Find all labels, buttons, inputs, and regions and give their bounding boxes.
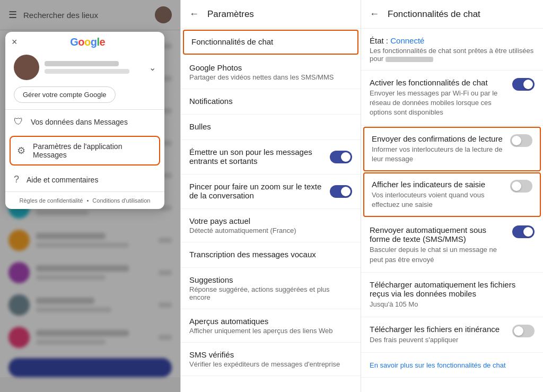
user-account-blur bbox=[386, 57, 433, 62]
feature-desc: Des frais peuvent s'appliquer bbox=[370, 335, 507, 345]
feature-title: Afficher les indicateurs de saisie bbox=[372, 180, 505, 189]
settings-item-title: Aperçus automatiques bbox=[189, 317, 352, 326]
settings-item-title: Google Photos bbox=[189, 63, 352, 72]
popup-footer: Règles de confidentialité • Conditions d… bbox=[5, 191, 164, 209]
sidebar-item-settings[interactable]: ⚙ Paramètres de l'application Messages bbox=[10, 136, 160, 165]
typing-indicators-item: Afficher les indicateurs de saisie Vos i… bbox=[363, 172, 541, 217]
sound-toggle[interactable] bbox=[330, 151, 352, 163]
typing-indicators-text: Afficher les indicateurs de saisie Vos i… bbox=[372, 180, 510, 210]
sidebar-item-label: Aide et commentaires bbox=[27, 176, 98, 184]
sidebar-item-data[interactable]: 🛡 Vos données dans Messages bbox=[5, 110, 164, 134]
settings-item-desc: Réponse suggérée, actions suggérées et p… bbox=[189, 285, 352, 301]
settings-item-previews[interactable]: Aperçus automatiques Afficher uniquement… bbox=[181, 309, 361, 343]
settings-item-photos[interactable]: Google Photos Partager des vidéos nettes… bbox=[181, 56, 361, 89]
user-info bbox=[45, 61, 144, 74]
user-email-blur bbox=[45, 69, 129, 74]
footer-dot: • bbox=[86, 197, 89, 204]
settings-item-zoom: Pincer pour faire un zoom sur le texte d… bbox=[181, 175, 361, 209]
chevron-down-icon: ⌄ bbox=[149, 63, 156, 73]
manage-account-button[interactable]: Gérer votre compte Google bbox=[14, 86, 116, 103]
settings-item-country[interactable]: Votre pays actuel Détecté automatiquemen… bbox=[181, 209, 361, 242]
settings-item-title: Bulles bbox=[189, 122, 352, 131]
feature-title: Télécharger les fichiers en itinérance bbox=[370, 325, 507, 334]
settings-item-title: Suggestions bbox=[189, 275, 352, 284]
close-button[interactable]: × bbox=[12, 37, 17, 48]
sidebar-item-label: Paramètres de l'application Messages bbox=[33, 142, 153, 159]
chat-features-panel-title: Fonctionnalités de chat bbox=[388, 9, 480, 20]
settings-item-chat[interactable]: Fonctionnalités de chat bbox=[183, 30, 358, 55]
google-logo: Google bbox=[17, 36, 158, 48]
feature-desc: Vos interlocuteurs voient quand vous eff… bbox=[372, 190, 505, 210]
back-arrow-icon[interactable]: ← bbox=[370, 8, 379, 20]
download-roaming-item: Télécharger les fichiers en itinérance D… bbox=[361, 317, 543, 353]
read-confirmations-item: Envoyer des confirmations de lecture Inf… bbox=[363, 127, 541, 171]
feature-title: Envoyer des confirmations de lecture bbox=[372, 134, 505, 143]
fallback-sms-item: Renvoyer automatiquement sous forme de t… bbox=[361, 218, 543, 272]
sidebar-item-help[interactable]: ? Aide et commentaires bbox=[5, 168, 164, 191]
status-connected-badge: Connecté bbox=[390, 36, 424, 45]
settings-panel: ← Paramètres Fonctionnalités de chat Goo… bbox=[180, 0, 361, 392]
settings-item-sound: Émettre un son pour les messages entrant… bbox=[181, 140, 361, 175]
shield-icon: 🛡 bbox=[14, 116, 23, 127]
settings-item-desc: Afficher uniquement les aperçus des lien… bbox=[189, 327, 352, 335]
fallback-sms-toggle[interactable] bbox=[512, 225, 535, 238]
user-avatar bbox=[14, 55, 39, 80]
settings-item-transcription[interactable]: Transcription des messages vocaux bbox=[181, 242, 361, 268]
fallback-sms-text: Renvoyer automatiquement sous forme de t… bbox=[370, 225, 512, 264]
chat-status-item: État : Connecté Les fonctionnalités de c… bbox=[361, 29, 543, 71]
user-account-row[interactable]: ⌄ bbox=[5, 50, 164, 86]
download-mobile-item[interactable]: Télécharger automatiquement les fichiers… bbox=[361, 273, 543, 317]
zoom-toggle[interactable] bbox=[330, 185, 352, 198]
feature-title: Activer les fonctionnalités de chat bbox=[370, 78, 507, 87]
download-roaming-toggle[interactable] bbox=[512, 325, 535, 337]
learn-more-link[interactable]: En savoir plus sur les fonctionnalités d… bbox=[370, 361, 506, 369]
sidebar-item-label: Vos données dans Messages bbox=[31, 118, 128, 126]
download-roaming-text: Télécharger les fichiers en itinérance D… bbox=[370, 325, 512, 345]
back-arrow-icon[interactable]: ← bbox=[189, 8, 199, 20]
settings-item-suggestions[interactable]: Suggestions Réponse suggérée, actions su… bbox=[181, 268, 361, 309]
popup-header: × Google bbox=[5, 32, 164, 50]
settings-item-bubbles[interactable]: Bulles bbox=[181, 115, 361, 140]
chat-features-header: ← Fonctionnalités de chat bbox=[361, 0, 543, 29]
settings-item-title: Notifications bbox=[189, 97, 352, 106]
feature-desc: Basculer depuis le chat si un message ne… bbox=[370, 245, 507, 264]
feature-title: Télécharger automatiquement les fichiers… bbox=[370, 280, 535, 298]
settings-header: ← Paramètres bbox=[181, 0, 361, 29]
typing-indicators-toggle[interactable] bbox=[510, 180, 532, 193]
google-account-popup: × Google ⌄ Gérer votre compte Google 🛡 V… bbox=[5, 32, 164, 209]
settings-item-title: SMS vérifiés bbox=[189, 350, 352, 359]
feature-desc: Jusqu'à 105 Mo bbox=[370, 300, 535, 309]
settings-item-title: Transcription des messages vocaux bbox=[189, 250, 352, 259]
settings-item-desc: Vérifier les expéditeurs de messages d'e… bbox=[189, 360, 352, 368]
activate-chat-item: Activer les fonctionnalités de chat Envo… bbox=[361, 71, 543, 126]
help-icon: ? bbox=[14, 174, 19, 185]
settings-item-sms[interactable]: SMS vérifiés Vérifier les expéditeurs de… bbox=[181, 343, 361, 376]
feature-desc: Informer vos interlocuteurs de la lectur… bbox=[372, 145, 505, 164]
read-confirmations-text: Envoyer des confirmations de lecture Inf… bbox=[372, 134, 510, 164]
settings-item-title: Émettre un son pour les messages entrant… bbox=[189, 147, 323, 165]
settings-panel-title: Paramètres bbox=[207, 9, 254, 20]
chat-features-panel: ← Fonctionnalités de chat État : Connect… bbox=[361, 0, 543, 392]
settings-item-title: Fonctionnalités de chat bbox=[191, 37, 350, 46]
activate-chat-text: Activer les fonctionnalités de chat Envo… bbox=[370, 78, 512, 118]
user-name-blur bbox=[45, 61, 119, 66]
settings-item-desc: Détecté automatiquement (France) bbox=[189, 227, 352, 234]
messages-list-panel: ☰ Rechercher des lieux bbox=[0, 0, 180, 392]
settings-item-desc: Partager des vidéos nettes dans les SMS/… bbox=[189, 73, 352, 81]
feature-desc: Envoyer les messages par Wi-Fi ou par le… bbox=[370, 89, 507, 118]
activate-chat-toggle[interactable] bbox=[512, 78, 535, 91]
status-label: État : bbox=[370, 36, 388, 45]
settings-item-title: Pincer pour faire un zoom sur le texte d… bbox=[189, 182, 323, 200]
settings-item-text: Émettre un son pour les messages entrant… bbox=[189, 147, 330, 167]
feature-title: Renvoyer automatiquement sous forme de t… bbox=[370, 225, 507, 243]
privacy-link[interactable]: Règles de confidentialité bbox=[20, 197, 83, 204]
settings-item-notifications[interactable]: Notifications bbox=[181, 89, 361, 115]
gear-icon: ⚙ bbox=[17, 145, 25, 156]
read-confirmations-toggle[interactable] bbox=[510, 134, 532, 147]
settings-item-title: Votre pays actuel bbox=[189, 216, 352, 225]
learn-more-item[interactable]: En savoir plus sur les fonctionnalités d… bbox=[361, 353, 543, 378]
terms-link[interactable]: Conditions d'utilisation bbox=[92, 197, 150, 204]
settings-item-text: Pincer pour faire un zoom sur le texte d… bbox=[189, 182, 330, 201]
